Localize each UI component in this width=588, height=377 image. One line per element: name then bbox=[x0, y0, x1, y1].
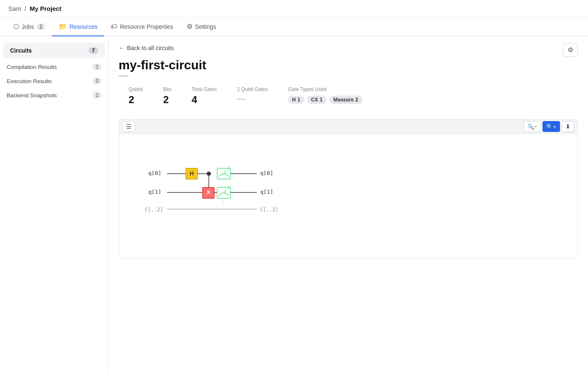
gate-measure-name: Measure bbox=[333, 97, 354, 103]
sidebar-section-label: Circuits bbox=[10, 47, 32, 54]
svg-text:C[..2]: C[..2] bbox=[260, 207, 278, 213]
resources-icon: 📁 bbox=[58, 23, 67, 30]
svg-line-8 bbox=[224, 171, 226, 174]
tab-settings[interactable]: ⚙ Settings bbox=[180, 18, 223, 36]
gate-badge-cx: CX 1 bbox=[307, 96, 327, 104]
breadcrumb-user: Sam bbox=[8, 5, 21, 12]
stat-total-gates-label: Total Gates bbox=[192, 86, 217, 92]
svg-text:q[1]: q[1] bbox=[148, 189, 161, 195]
breadcrumb-project: My Project bbox=[30, 5, 61, 12]
toolbar-left: ☰ bbox=[122, 121, 135, 132]
sidebar-item-backend-snapshots[interactable]: Backend Snapshots 1 bbox=[0, 88, 108, 102]
content-area: ⚙ ← Back to all circuits my-first-circui… bbox=[109, 36, 588, 373]
gate-measure-count: 2 bbox=[355, 97, 358, 103]
sidebar-item-compilation-results[interactable]: Compilation Results 1 bbox=[0, 60, 108, 74]
stat-qubits-label: Qubits bbox=[129, 86, 143, 92]
stat-two-qubit-value: — bbox=[237, 94, 268, 104]
stat-bits-label: Bits bbox=[163, 86, 172, 92]
stat-bits: Bits 2 bbox=[163, 86, 172, 106]
stat-bits-value: 2 bbox=[163, 94, 172, 106]
back-arrow-icon: ← bbox=[119, 45, 124, 51]
svg-text:q[0]: q[0] bbox=[260, 170, 273, 176]
svg-line-18 bbox=[224, 190, 226, 193]
main-layout: Circuits 7 Compilation Results 1 Executi… bbox=[0, 36, 588, 373]
circuit-svg-element: q[0] H z bbox=[144, 151, 319, 218]
sidebar: Circuits 7 Compilation Results 1 Executi… bbox=[0, 36, 109, 373]
circuit-diagram-area: q[0] H z bbox=[119, 134, 578, 259]
zoom-out-button[interactable]: 🔍− bbox=[524, 121, 541, 132]
back-link-label: Back to all circuits bbox=[127, 45, 174, 51]
sidebar-item-compilation-badge: 1 bbox=[93, 63, 101, 70]
back-link[interactable]: ← Back to all circuits bbox=[119, 45, 578, 51]
svg-text:H: H bbox=[190, 170, 193, 177]
stat-two-qubit-gates: 2 Qubit Gates — bbox=[237, 86, 268, 104]
circuit-title-divider bbox=[119, 76, 129, 76]
circuit-viewer-toolbar: ☰ 🔍− 🔍+ ⬇ bbox=[119, 119, 578, 134]
sidebar-section-circuits[interactable]: Circuits 7 bbox=[3, 43, 105, 58]
toolbar-right: 🔍− 🔍+ ⬇ bbox=[524, 121, 574, 132]
tab-resource-properties-label: Resource Properties bbox=[120, 23, 173, 30]
gate-badge-measure: Measure 2 bbox=[329, 96, 362, 104]
header: Sam / My Project bbox=[0, 0, 588, 18]
nav-tabs: ⬡ Jobs 2 📁 Resources 🏷 Resource Properti… bbox=[0, 18, 588, 36]
circuit-viewer: ☰ 🔍− 🔍+ ⬇ q[0] H bbox=[119, 119, 578, 259]
svg-text:z: z bbox=[228, 185, 230, 189]
gear-button[interactable]: ⚙ bbox=[563, 43, 578, 57]
svg-text:z: z bbox=[228, 165, 230, 170]
gate-badge-h: H 1 bbox=[288, 96, 304, 104]
sidebar-item-execution-label: Execution Results bbox=[7, 78, 52, 84]
gate-types-row: H 1 CX 1 Measure 2 bbox=[288, 96, 362, 104]
settings-icon: ⚙ bbox=[187, 23, 193, 30]
tab-resource-properties[interactable]: 🏷 Resource Properties bbox=[104, 18, 180, 36]
stat-two-qubit-label: 2 Qubit Gates bbox=[237, 86, 268, 92]
tab-resources[interactable]: 📁 Resources bbox=[52, 18, 104, 36]
sidebar-section-badge: 7 bbox=[89, 47, 98, 54]
download-button[interactable]: ⬇ bbox=[562, 121, 574, 132]
tab-jobs-badge: 2 bbox=[37, 23, 46, 30]
sidebar-item-compilation-label: Compilation Results bbox=[7, 64, 57, 70]
circuit-title: my-first-circuit bbox=[119, 58, 578, 72]
sidebar-item-execution-results[interactable]: Execution Results 0 bbox=[0, 74, 108, 88]
breadcrumb-separator: / bbox=[25, 5, 26, 12]
tab-jobs-label: Jobs bbox=[22, 23, 34, 30]
gate-h-count: 1 bbox=[297, 97, 300, 103]
svg-text:q[1]: q[1] bbox=[260, 189, 273, 195]
gate-cx-name: CX bbox=[311, 97, 318, 103]
stat-qubits-value: 2 bbox=[129, 94, 143, 106]
circuit-svg: q[0] H z bbox=[119, 134, 578, 235]
sidebar-item-backend-label: Backend Snapshots bbox=[7, 92, 57, 99]
tab-resources-label: Resources bbox=[69, 23, 97, 30]
svg-text:C[..2]: C[..2] bbox=[145, 207, 163, 213]
sidebar-item-execution-badge: 0 bbox=[93, 78, 101, 84]
stats-row: Qubits 2 Bits 2 Total Gates 4 2 Qubit Ga… bbox=[119, 86, 578, 106]
tab-settings-label: Settings bbox=[195, 23, 216, 30]
svg-text:q[0]: q[0] bbox=[148, 170, 161, 176]
menu-button[interactable]: ☰ bbox=[122, 121, 135, 132]
stat-total-gates: Total Gates 4 bbox=[192, 86, 217, 106]
stat-total-gates-value: 4 bbox=[192, 94, 217, 106]
sidebar-item-backend-badge: 1 bbox=[93, 92, 101, 99]
tab-jobs[interactable]: ⬡ Jobs 2 bbox=[7, 18, 52, 36]
stat-qubits: Qubits 2 bbox=[129, 86, 143, 106]
gate-h-name: H bbox=[292, 97, 296, 103]
stat-gate-types-label: Gate Types Used bbox=[288, 86, 362, 92]
zoom-in-button[interactable]: 🔍+ bbox=[542, 121, 560, 132]
stat-gate-types: Gate Types Used H 1 CX 1 Measure 2 bbox=[288, 86, 362, 104]
resource-properties-icon: 🏷 bbox=[111, 23, 117, 30]
gate-cx-count: 1 bbox=[319, 97, 322, 103]
svg-text:X: X bbox=[207, 189, 210, 195]
jobs-icon: ⬡ bbox=[13, 23, 19, 30]
